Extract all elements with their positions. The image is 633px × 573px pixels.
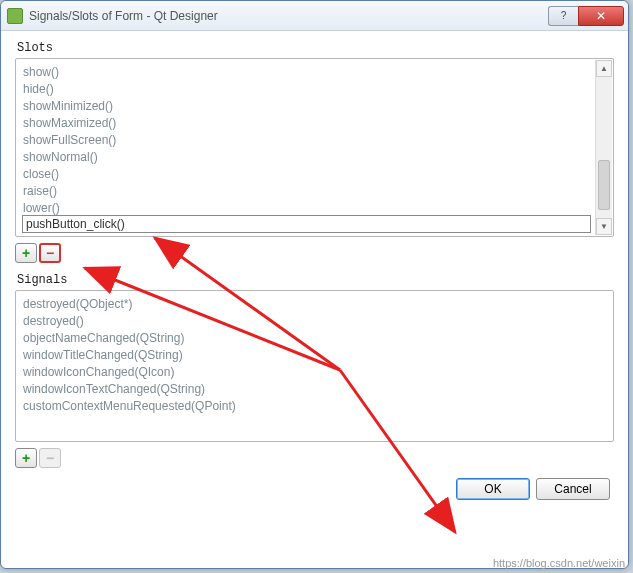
qt-app-icon [7, 8, 23, 24]
signals-label: Signals [15, 273, 614, 287]
signals-listbox[interactable]: destroyed(QObject*)destroyed()objectName… [15, 290, 614, 442]
list-item[interactable]: showNormal() [23, 149, 610, 166]
add-signal-button[interactable]: + [15, 448, 37, 468]
titlebar[interactable]: Signals/Slots of Form - Qt Designer ? ✕ [1, 1, 628, 31]
ok-button[interactable]: OK [456, 478, 530, 500]
slot-name-input[interactable] [23, 216, 590, 232]
slots-scrollbar[interactable]: ▲ ▼ [595, 60, 612, 235]
dialog-window: Signals/Slots of Form - Qt Designer ? ✕ … [0, 0, 629, 569]
slots-listbox[interactable]: show()hide()showMinimized()showMaximized… [15, 58, 614, 237]
scroll-down-icon[interactable]: ▼ [596, 218, 612, 235]
watermark-text: https://blog.csdn.net/weixin [493, 557, 625, 569]
slots-group: Slots show()hide()showMinimized()showMax… [15, 41, 614, 263]
list-item[interactable]: showMinimized() [23, 98, 610, 115]
dialog-footer: OK Cancel [15, 478, 614, 500]
slot-edit-row[interactable] [22, 215, 591, 233]
help-button[interactable]: ? [548, 6, 578, 26]
list-item[interactable]: destroyed() [23, 313, 610, 330]
list-item[interactable]: destroyed(QObject*) [23, 296, 610, 313]
list-item[interactable]: showMaximized() [23, 115, 610, 132]
cancel-button[interactable]: Cancel [536, 478, 610, 500]
window-title: Signals/Slots of Form - Qt Designer [29, 9, 548, 23]
list-item[interactable]: raise() [23, 183, 610, 200]
list-item[interactable]: hide() [23, 81, 610, 98]
list-item[interactable]: customContextMenuRequested(QPoint) [23, 398, 610, 415]
list-item[interactable]: show() [23, 64, 610, 81]
signals-group: Signals destroyed(QObject*)destroyed()ob… [15, 273, 614, 468]
add-slot-button[interactable]: + [15, 243, 37, 263]
scroll-thumb[interactable] [598, 160, 610, 210]
list-item[interactable]: windowIconTextChanged(QString) [23, 381, 610, 398]
close-button[interactable]: ✕ [578, 6, 624, 26]
list-item[interactable]: close() [23, 166, 610, 183]
list-item[interactable]: windowIconChanged(QIcon) [23, 364, 610, 381]
list-item[interactable]: objectNameChanged(QString) [23, 330, 610, 347]
remove-slot-button[interactable]: − [39, 243, 61, 263]
list-item[interactable]: windowTitleChanged(QString) [23, 347, 610, 364]
slots-label: Slots [15, 41, 614, 55]
scroll-up-icon[interactable]: ▲ [596, 60, 612, 77]
remove-signal-button: − [39, 448, 61, 468]
list-item[interactable]: showFullScreen() [23, 132, 610, 149]
